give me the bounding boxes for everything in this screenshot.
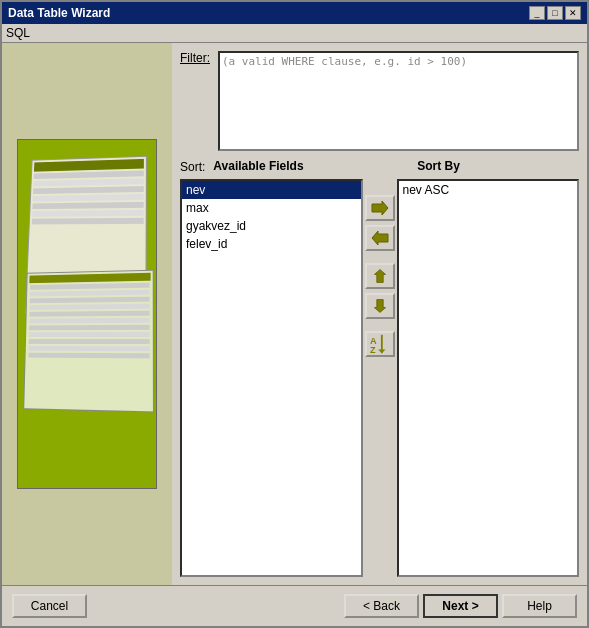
help-button[interactable]: Help xyxy=(502,594,577,618)
add-to-sort-button[interactable] xyxy=(365,195,395,221)
arrow-up-icon xyxy=(370,268,390,284)
bottom-bar: Cancel < Back Next > Help xyxy=(2,585,587,626)
sort-lists-container: Available Fields Sort By xyxy=(213,159,579,175)
back-button[interactable]: < Back xyxy=(344,594,419,618)
remove-from-sort-button[interactable] xyxy=(365,225,395,251)
sort-by-list[interactable]: nev ASC xyxy=(397,179,580,577)
cancel-button[interactable]: Cancel xyxy=(12,594,87,618)
move-down-button[interactable] xyxy=(365,293,395,319)
main-window: Data Table Wizard _ □ ✕ SQL xyxy=(0,0,589,628)
sort-content: nev max gyakvez_id felev_id xyxy=(180,179,579,577)
sort-label: Sort: xyxy=(180,160,205,174)
right-panel: Filter: (a valid WHERE clause, e.g. id >… xyxy=(172,43,587,585)
nav-buttons: < Back Next > Help xyxy=(344,594,577,618)
sort-by-col: Sort By xyxy=(417,159,579,175)
field-item-gyakvez-id[interactable]: gyakvez_id xyxy=(182,217,361,235)
move-up-button[interactable] xyxy=(365,263,395,289)
sort-az-button[interactable]: A Z xyxy=(365,331,395,357)
arrow-left-icon xyxy=(370,230,390,246)
wizard-image xyxy=(17,139,157,489)
left-panel xyxy=(2,43,172,585)
sort-by-item-nev-asc[interactable]: nev ASC xyxy=(399,181,578,199)
svg-marker-2 xyxy=(374,270,385,283)
field-item-nev[interactable]: nev xyxy=(182,181,361,199)
available-fields-list[interactable]: nev max gyakvez_id felev_id xyxy=(180,179,363,577)
svg-text:Z: Z xyxy=(369,345,375,355)
maximize-button[interactable]: □ xyxy=(547,6,563,20)
available-fields-header: Available Fields xyxy=(213,159,375,173)
filter-input[interactable]: (a valid WHERE clause, e.g. id > 100) xyxy=(218,51,579,151)
window-controls: _ □ ✕ xyxy=(529,6,581,20)
next-button[interactable]: Next > xyxy=(423,594,498,618)
sort-az-icon: A Z xyxy=(369,333,391,355)
svg-marker-7 xyxy=(378,350,385,354)
available-fields-col: Available Fields xyxy=(213,159,375,175)
window-title: Data Table Wizard xyxy=(8,6,110,20)
content-area: Filter: (a valid WHERE clause, e.g. id >… xyxy=(2,43,587,585)
close-button[interactable]: ✕ xyxy=(565,6,581,20)
svg-marker-1 xyxy=(372,231,388,245)
sort-section: Sort: Available Fields Sort By xyxy=(180,159,579,577)
field-item-felev-id[interactable]: felev_id xyxy=(182,235,361,253)
menu-item-sql[interactable]: SQL xyxy=(6,26,30,40)
sort-header-row: Sort: Available Fields Sort By xyxy=(180,159,579,175)
title-bar: Data Table Wizard _ □ ✕ xyxy=(2,2,587,24)
arrow-down-icon xyxy=(370,298,390,314)
filter-container: Filter: (a valid WHERE clause, e.g. id >… xyxy=(180,51,579,151)
filter-label: Filter: xyxy=(180,51,210,65)
arrow-right-icon xyxy=(370,200,390,216)
menu-bar: SQL xyxy=(2,24,587,43)
field-item-max[interactable]: max xyxy=(182,199,361,217)
sort-center-buttons: A Z xyxy=(365,179,395,577)
minimize-button[interactable]: _ xyxy=(529,6,545,20)
sort-by-header: Sort By xyxy=(417,159,579,173)
svg-marker-0 xyxy=(372,201,388,215)
svg-marker-3 xyxy=(374,300,385,313)
